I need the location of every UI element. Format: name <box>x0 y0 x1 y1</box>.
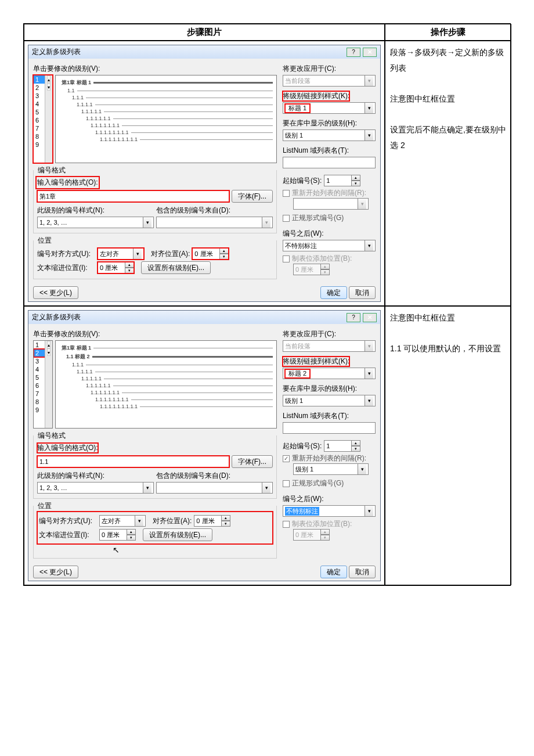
numfmt-label: 输入编号的格式(O): <box>37 443 98 453</box>
scroll-down-icon[interactable]: ▾ <box>47 83 50 91</box>
level-listbox[interactable]: 1 2 3 4 5 6 7 8 9 ▴▾ <box>33 75 53 163</box>
listnum-label: ListNum 域列表名(T): <box>283 411 376 421</box>
listnum-input[interactable] <box>283 157 376 168</box>
ok-button[interactable]: 确定 <box>320 286 347 299</box>
font-button[interactable]: 字体(F)... <box>232 190 273 203</box>
indent-spinner[interactable]: ▴▾ <box>98 262 134 273</box>
show-label: 要在库中显示的级别(H): <box>283 118 376 128</box>
numfmt-legend: 编号格式 <box>36 431 67 441</box>
click-level-label: 单击要修改的级别(V): <box>33 64 277 74</box>
scroll-down-icon[interactable]: ▾ <box>47 348 50 356</box>
click-level-label: 单击要修改的级别(V): <box>33 329 277 339</box>
after-select[interactable]: 不特别标注▾ <box>283 240 376 251</box>
numfmt-legend: 编号格式 <box>36 165 67 175</box>
start-label: 起始编号(S): <box>283 441 322 451</box>
align-label: 编号对齐方式(U): <box>39 516 97 526</box>
after-label: 编号之后(W): <box>283 494 376 504</box>
header-right: 操作步骤 <box>385 24 511 41</box>
after-select[interactable]: 不特别标注▾ <box>283 505 376 517</box>
apply-select: 当前段落▾ <box>283 340 376 352</box>
less-button[interactable]: << 更少(L) <box>33 286 78 299</box>
dialog-1: 定义新多级列表 ? ✕ 单击要修改的级别(V): 1 2 3 4 5 6 <box>28 45 381 302</box>
alignpos-label: 对齐位置(A): <box>151 249 190 259</box>
apply-label: 将更改应用于(C): <box>283 64 376 74</box>
dialog-title: 定义新多级列表 <box>32 312 344 322</box>
listnum-label: ListNum 域列表名(T): <box>283 146 376 156</box>
numstyle-label: 此级别的编号样式(N): <box>37 471 154 481</box>
listnum-input[interactable] <box>283 422 376 434</box>
chevron-down-icon: ▾ <box>143 217 151 228</box>
cancel-button[interactable]: 取消 <box>349 566 376 578</box>
restart-select[interactable]: 级别 1▾ <box>293 463 369 475</box>
pos-legend: 位置 <box>36 501 53 511</box>
tab-checkbox: 制表位添加位置(B): <box>283 254 376 264</box>
step1-text: 段落→多级列表→定义新的多级列表 注意图中红框位置 设置完后不能点确定,要在级别… <box>385 41 511 306</box>
link-label: 将级别链接到样式(K): <box>283 357 349 366</box>
close-button[interactable]: ✕ <box>363 48 377 57</box>
tab-spinner: ▴▾ <box>293 529 376 541</box>
link-label: 将级别链接到样式(K): <box>283 91 349 101</box>
pos-legend: 位置 <box>36 236 53 246</box>
align-select[interactable]: 左对齐▾ <box>98 248 144 260</box>
include-label: 包含的级别编号来自(D): <box>156 206 273 215</box>
include-select[interactable]: ▾ <box>156 482 273 494</box>
numstyle-select[interactable]: 1, 2, 3, …▾ <box>37 482 154 494</box>
numstyle-label: 此级别的编号样式(N): <box>37 206 154 215</box>
start-spinner[interactable]: ▴▾ <box>324 175 360 186</box>
dialog-2: 定义新多级列表 ? ✕ 单击要修改的级别(V): 1 2 3 4 5 6 <box>28 310 381 581</box>
numfmt-input[interactable] <box>37 190 229 202</box>
align-label: 编号对齐方式(U): <box>37 249 95 259</box>
show-select[interactable]: 级别 1▾ <box>283 129 376 141</box>
step2-image-cell: 定义新多级列表 ? ✕ 单击要修改的级别(V): 1 2 3 4 5 6 <box>24 306 385 585</box>
indent-spinner[interactable]: ▴▾ <box>99 529 136 541</box>
include-select: ▾ <box>156 217 273 228</box>
tab-checkbox: 制表位添加位置(B): <box>283 519 376 529</box>
ok-button[interactable]: 确定 <box>320 566 347 578</box>
restart-select: ▾ <box>293 198 369 210</box>
start-spinner[interactable]: ▴▾ <box>324 440 360 452</box>
restart-checkbox[interactable]: ✓重新开始列表的间隔(R): <box>283 453 376 463</box>
include-label: 包含的级别编号来自(D): <box>156 471 273 481</box>
preview-pane: 第1章 标题 1 1.1 1.1.1 1.1.1.1 1.1.1.1.1 1.1… <box>55 75 277 163</box>
scroll-up-icon[interactable]: ▴ <box>47 341 50 348</box>
legal-checkbox[interactable]: 正规形式编号(G) <box>283 478 376 488</box>
apply-select: 当前段落▾ <box>283 75 376 87</box>
help-button[interactable]: ? <box>347 313 360 322</box>
alignpos-spinner[interactable]: ▴▾ <box>192 248 229 260</box>
link-select[interactable]: 标题 1▾ <box>283 102 376 114</box>
after-label: 编号之后(W): <box>283 229 376 239</box>
indent-label: 文本缩进位置(I): <box>37 263 95 273</box>
tab-spinner: ▴▾ <box>293 264 376 275</box>
set-all-levels-button[interactable]: 设置所有级别(E)... <box>143 528 212 541</box>
less-button[interactable]: << 更少(L) <box>33 566 78 578</box>
help-button[interactable]: ? <box>347 48 360 57</box>
alignpos-spinner[interactable]: ▴▾ <box>194 515 230 527</box>
apply-label: 将更改应用于(C): <box>283 329 376 339</box>
step2-text: 注意图中红框位置 1.1 可以使用默认的，不用设置 <box>385 306 511 585</box>
step1-image-cell: 定义新多级列表 ? ✕ 单击要修改的级别(V): 1 2 3 4 5 6 <box>24 41 385 306</box>
start-label: 起始编号(S): <box>283 176 322 186</box>
alignpos-label: 对齐位置(A): <box>153 516 192 526</box>
level-listbox[interactable]: 1 2 3 4 5 6 7 8 9 ▴▾ <box>33 340 53 429</box>
cursor-icon: ↖ <box>113 545 273 555</box>
font-button[interactable]: 字体(F)... <box>232 455 273 468</box>
dialog-title: 定义新多级列表 <box>32 47 344 57</box>
set-all-levels-button[interactable]: 设置所有级别(E)... <box>141 261 211 274</box>
numfmt-input[interactable] <box>37 456 229 467</box>
close-button[interactable]: ✕ <box>363 313 377 322</box>
align-select[interactable]: 左对齐▾ <box>99 515 146 527</box>
show-select[interactable]: 级别 1▾ <box>283 395 376 406</box>
show-label: 要在库中显示的级别(H): <box>283 384 376 394</box>
numstyle-select[interactable]: 1, 2, 3, …▾ <box>37 217 154 228</box>
numfmt-label: 输入编号的格式(O): <box>37 178 98 188</box>
scroll-up-icon[interactable]: ▴ <box>47 75 50 83</box>
preview-pane: 第1章 标题 1 1.1 标题 2 1.1.1 1.1.1.1 1.1.1.1.… <box>55 340 277 429</box>
cancel-button[interactable]: 取消 <box>349 286 376 299</box>
header-left: 步骤图片 <box>24 24 385 41</box>
restart-checkbox: 重新开始列表的间隔(R): <box>283 188 376 198</box>
legal-checkbox[interactable]: 正规形式编号(G) <box>283 213 376 223</box>
indent-label: 文本缩进位置(I): <box>39 530 97 540</box>
link-select[interactable]: 标题 2▾ <box>283 368 376 379</box>
